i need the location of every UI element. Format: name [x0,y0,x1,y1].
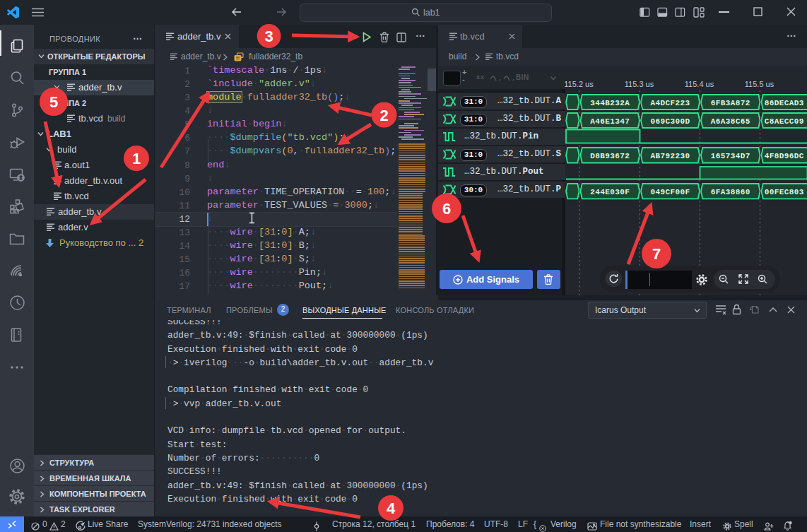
svg-text:4F8D96DC: 4F8D96DC [765,152,804,160]
svg-text:344B232A: 344B232A [590,99,630,107]
svg-text:AB792230: AB792230 [650,152,690,160]
svg-text:86DECAD3: 86DECAD3 [765,99,804,107]
svg-text:A4DCF223: A4DCF223 [650,99,690,107]
svg-text:00FEC803: 00FEC803 [765,188,804,196]
svg-text:6FA38860: 6FA38860 [711,188,750,196]
svg-text:6FB3A872: 6FB3A872 [711,99,750,107]
svg-text:049CF00F: 049CF00F [650,188,690,196]
svg-text:244E030F: 244E030F [590,188,630,196]
svg-text:069C300D: 069C300D [650,117,690,126]
svg-text:D8B93672: D8B93672 [590,152,630,160]
svg-text:C8AECC09: C8AECC09 [765,117,804,126]
svg-text:165734D7: 165734D7 [711,152,750,160]
svg-text:A6A38C65: A6A38C65 [711,117,750,126]
svg-text:A46E1347: A46E1347 [590,117,630,126]
